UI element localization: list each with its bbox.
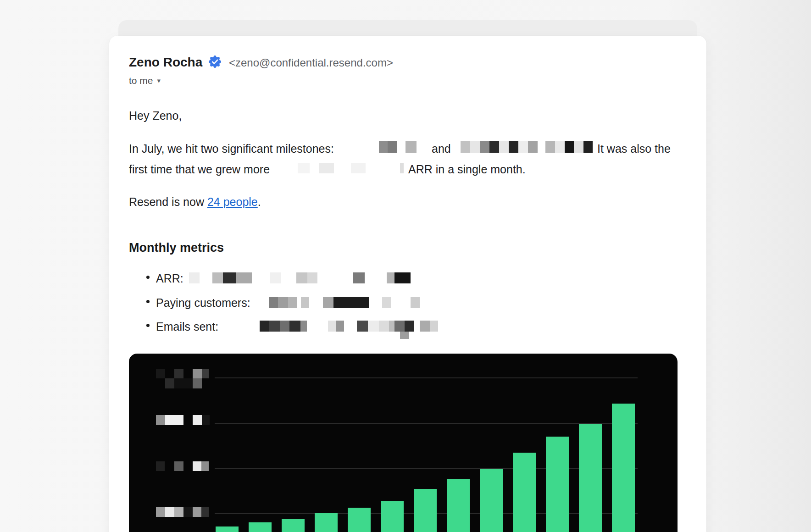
recipient-label: to me [129,75,153,86]
milestone-2-redaction-cell [583,141,593,153]
emails-sent-value-redaction-cell [420,321,430,332]
chart-bar [249,522,272,532]
arr-value-redaction-cell [387,272,394,283]
chart-bar [315,513,338,532]
arr-value-redaction-cell [212,272,223,283]
emails-sent-value-redaction-cell [394,321,405,332]
bullet-label-emails-sent: Emails sent: [156,320,218,333]
emails-sent-value-redaction-cell [379,321,389,332]
team-size-link[interactable]: 24 people [207,195,258,208]
emails-sent-value-redaction-cell [260,321,269,332]
chart-ytick-1-row-a-redaction-cell [193,369,202,378]
team-size-prefix: Resend is now [129,195,207,208]
emails-sent-value-redaction-cell [289,321,300,332]
emails-sent-value-redaction-cell [269,321,280,332]
chart-ytick-1-row-b-redaction-cell [193,378,202,388]
chart-ytick-4-redaction-cell [156,507,165,517]
milestone-2-redaction-cell [528,141,538,153]
milestone-2-redaction-cell [509,141,518,153]
paying-customers-value-redaction-cell [323,297,333,308]
chart-ytick-1-row-a-redaction-cell [156,369,165,378]
chart-ytick-4-redaction-cell [174,507,183,517]
paying-customers-value-redaction-cell [278,297,288,308]
emails-sent-value-redaction-cell [300,321,307,332]
milestone-2-redaction-cell [480,141,489,153]
chart-bar [414,489,437,532]
milestone-1-redaction-cell [388,141,397,153]
milestone-2-redaction-cell [489,141,499,153]
emails-sent-value-redaction-cell [357,321,368,332]
sender-name: Zeno Rocha [129,55,202,70]
growth-amount-redaction-cell [400,163,404,173]
emails-sent-value-redaction-cell [336,321,344,332]
email-reader-view: Zeno Rocha <zeno@confidential.resend.com… [0,0,811,532]
chart-ytick-3-redaction-cell [193,461,201,471]
chart-gridline [215,468,638,469]
milestone-2-redaction-cell [555,141,565,153]
chart-ytick-4-redaction-cell [193,507,201,517]
emails-sent-value-redaction-cell [328,321,336,332]
chart-ytick-2-redaction-cell [193,415,202,425]
milestone-2-redaction-cell [470,141,480,153]
chart-bar [546,437,569,532]
arr-value-redaction-cell [296,272,307,283]
chart-gridline [215,377,638,378]
milestone-1-redaction-cell [406,141,417,153]
chart-ytick-3-redaction-cell [156,461,165,471]
chart-bar [447,479,470,532]
chevron-down-icon[interactable]: ▾ [157,77,161,85]
paragraph-line1-and: and [432,142,451,155]
emails-sent-value-redaction-cell [430,321,438,332]
recipient-dropdown[interactable]: to me ▾ [129,75,161,86]
chart-bar [480,469,503,532]
growth-amount-redaction-cell [319,163,334,173]
arr-value-redaction-cell [394,272,411,283]
milestone-1-redaction-cell [379,141,388,153]
emails-sent-value-redaction-cell [389,321,394,332]
chart-ytick-2-redaction-cell [202,415,210,425]
arr-value-redaction-cell [353,272,365,283]
paragraph-line2-end: ARR in a single month. [408,162,526,176]
chart-bar [513,453,536,532]
metrics-heading: Monthly metrics [129,240,224,255]
emails-sent-value-redaction-cell [405,321,414,332]
chart-ytick-1-row-b-redaction-cell [174,378,193,388]
chart-ytick-4-redaction-cell [201,507,209,517]
chart-bar [579,424,602,532]
paragraph-line1-start: In July, we hit two significant mileston… [129,142,334,155]
paragraph-line1-end: It was also the [597,142,671,155]
team-size-suffix: . [258,195,261,208]
bullet-dot [146,300,150,303]
paying-customers-value-redaction-cell [269,297,278,308]
chart-ytick-4-redaction-cell [165,507,174,517]
milestone-2-redaction-cell [518,141,528,153]
paying-customers-value-redaction-cell [301,297,309,308]
greeting-text: Hey Zeno, [129,109,182,122]
arr-value-redaction-cell [223,272,236,283]
paying-customers-value-redaction-cell [382,297,391,308]
chart-ytick-1-row-a-redaction-cell [202,369,209,378]
milestone-2-redaction-cell [461,141,470,153]
bullet-label-paying-customers: Paying customers: [156,296,250,310]
bullet-label-arr: ARR: [156,272,183,285]
bullet-dot [146,324,150,327]
bullet-dot [146,276,150,279]
chart-ytick-4-redaction-cell [183,507,193,517]
paying-customers-value-redaction-cell [288,297,297,308]
chart-bar [612,404,635,532]
milestone-2-redaction-cell [565,141,574,153]
emails-sent-value-redaction-cell [280,321,289,332]
chart-ytick-1-row-b-redaction-cell [165,378,174,388]
verified-badge-icon [209,55,221,68]
chart-ytick-3-redaction-cell [174,461,183,471]
chart-ytick-2-redaction-cell [156,415,165,425]
chart-gridline [215,423,638,424]
emails-sent-value-descender-redaction-cell [400,332,409,339]
growth-amount-redaction-cell [298,163,310,173]
chart-bar [381,501,404,532]
arr-value-redaction-cell [236,272,252,283]
chart-ytick-1-row-a-redaction-cell [174,369,183,378]
paying-customers-value-redaction-cell [411,297,420,308]
emails-sent-value-redaction-cell [368,321,379,332]
chart-ytick-3-redaction-cell [201,461,209,471]
